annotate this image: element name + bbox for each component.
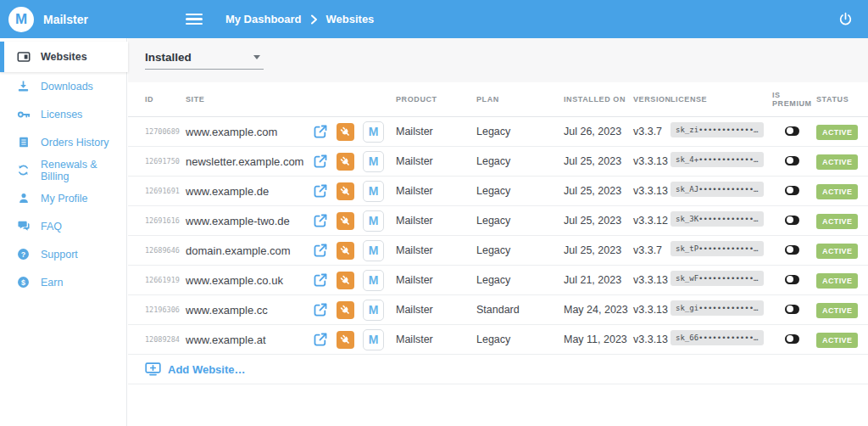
installed-filter-select[interactable]: Installed: [145, 51, 264, 70]
chevron-down-icon: [253, 55, 260, 59]
site-id: 12196306: [145, 305, 186, 314]
mailster-product-icon[interactable]: M: [363, 210, 384, 232]
open-site-icon[interactable]: [313, 124, 328, 139]
installed-on-date: May 11, 2023: [564, 334, 633, 345]
version: v3.3.12: [633, 215, 670, 227]
is-premium-toggle[interactable]: [785, 334, 799, 345]
filter-selected-value: Installed: [145, 51, 192, 64]
plugin-icon[interactable]: [337, 301, 354, 319]
key-icon: [16, 107, 31, 121]
add-website-label: Add Website…: [168, 363, 246, 376]
version: v3.3.7: [633, 126, 670, 137]
plugin-icon[interactable]: [337, 242, 354, 260]
sidebar-item-websites[interactable]: Websites: [0, 42, 128, 72]
site-name: www.example-two.de: [186, 215, 313, 227]
open-site-icon[interactable]: [313, 302, 328, 317]
is-premium-toggle[interactable]: [785, 245, 799, 255]
is-premium-toggle[interactable]: [785, 186, 799, 196]
open-site-icon[interactable]: [313, 183, 328, 199]
open-site-icon[interactable]: [313, 243, 328, 258]
site-name: www.example.cc: [186, 304, 313, 317]
plugin-icon[interactable]: [337, 182, 354, 200]
mailster-product-icon[interactable]: M: [363, 181, 384, 202]
version: v3.3.13: [633, 155, 670, 167]
mailster-logo[interactable]: M: [8, 7, 34, 32]
sidebar-item-renewals-billing[interactable]: Renewals & Billing: [0, 156, 126, 184]
license-key[interactable]: sk_AJ••••••••••••…: [670, 182, 764, 197]
is-premium-toggle[interactable]: [785, 216, 799, 226]
table-row: 12700689www.example.comMMailsterLegacyJu…: [128, 117, 868, 147]
table-row: 12196306www.example.ccMMailsterStandardM…: [128, 295, 868, 325]
breadcrumb-dashboard[interactable]: My Dashboard: [225, 13, 302, 25]
is-premium-toggle[interactable]: [785, 126, 799, 137]
site-id: 12661919: [145, 276, 186, 284]
sidebar-item-label: My Profile: [41, 193, 88, 205]
mailster-product-icon[interactable]: M: [363, 240, 384, 261]
menu-icon[interactable]: [186, 14, 203, 25]
plugin-icon[interactable]: [337, 272, 354, 289]
breadcrumb-websites[interactable]: Websites: [326, 13, 375, 25]
sidebar-item-label: FAQ: [41, 221, 62, 233]
mailster-product-icon[interactable]: M: [363, 121, 384, 143]
license-key[interactable]: sk_tP••••••••••••…: [670, 241, 764, 256]
plugin-icon[interactable]: [337, 153, 354, 171]
product-name: Mailster: [396, 126, 476, 137]
status-badge: ACTIVE: [816, 333, 858, 348]
license-key[interactable]: sk_66••••••••••••…: [670, 330, 764, 345]
license-key[interactable]: sk_zi••••••••••••…: [670, 122, 764, 137]
site-name: www.example.com: [186, 126, 313, 138]
plugin-icon[interactable]: [337, 212, 354, 230]
license-key[interactable]: sk_4+••••••••••••…: [670, 152, 764, 167]
question-icon: ?: [16, 247, 31, 261]
license-key[interactable]: sk_wF••••••••••••…: [670, 271, 764, 286]
open-site-icon[interactable]: [313, 213, 328, 228]
status-badge: ACTIVE: [816, 273, 858, 289]
license-key[interactable]: sk_gi••••••••••••…: [670, 300, 764, 316]
version: v3.3.7: [633, 244, 670, 256]
site-name: newsletter.example.com: [186, 155, 313, 168]
is-premium-toggle[interactable]: [785, 305, 799, 315]
sidebar-item-licenses[interactable]: Licenses: [0, 100, 126, 128]
power-icon[interactable]: [838, 12, 853, 26]
col-id: ID: [145, 95, 186, 104]
open-site-icon[interactable]: [313, 272, 328, 288]
mailster-product-icon[interactable]: M: [363, 300, 384, 321]
logo-letter: M: [15, 11, 27, 28]
mailster-product-icon[interactable]: M: [363, 329, 384, 350]
installed-on-date: Jul 21, 2023: [564, 274, 633, 286]
sidebar-item-orders-history[interactable]: Orders History: [0, 128, 126, 156]
installed-on-date: Jul 25, 2023: [564, 215, 633, 227]
site-name: www.example.co.uk: [186, 274, 313, 287]
mailster-product-icon[interactable]: M: [363, 270, 384, 291]
col-plan: PLAN: [476, 95, 564, 104]
status-badge: ACTIVE: [816, 303, 858, 318]
plugin-icon[interactable]: [337, 123, 354, 141]
add-website-button[interactable]: Add Website…: [128, 355, 868, 384]
sidebar-item-support[interactable]: ?Support: [0, 240, 126, 268]
status-badge: ACTIVE: [816, 244, 858, 259]
sidebar-item-my-profile[interactable]: My Profile: [0, 184, 126, 212]
license-key[interactable]: sk_3K••••••••••••…: [670, 211, 764, 227]
plugin-icon[interactable]: [337, 331, 354, 349]
sidebar-item-faq[interactable]: FAQ: [0, 212, 126, 240]
version: v3.3.13: [633, 185, 670, 197]
col-license: LICENSE: [670, 95, 772, 104]
browser-icon: [16, 50, 31, 64]
plan-name: Standard: [476, 304, 564, 316]
sidebar-item-earn[interactable]: $Earn: [0, 268, 126, 296]
installed-on-date: Jul 25, 2023: [564, 185, 633, 197]
sidebar: WebsitesDownloadsLicensesOrders HistoryR…: [0, 38, 127, 426]
mailster-product-icon[interactable]: M: [363, 151, 384, 172]
breadcrumb: My Dashboard Websites: [225, 13, 374, 25]
open-site-icon[interactable]: [313, 154, 328, 169]
table-body: 12700689www.example.comMMailsterLegacyJu…: [128, 117, 868, 355]
sidebar-item-downloads[interactable]: Downloads: [0, 72, 126, 100]
is-premium-toggle[interactable]: [785, 156, 799, 166]
plan-name: Legacy: [476, 126, 564, 137]
add-website-icon: [145, 362, 161, 376]
table-header: ID SITE PRODUCT PLAN INSTALLED ON VERSIO…: [128, 82, 868, 117]
comments-icon: [16, 219, 31, 233]
is-premium-toggle[interactable]: [785, 275, 799, 285]
table-row: 12689646domain.example.comMMailsterLegac…: [128, 236, 868, 266]
open-site-icon[interactable]: [313, 332, 328, 347]
